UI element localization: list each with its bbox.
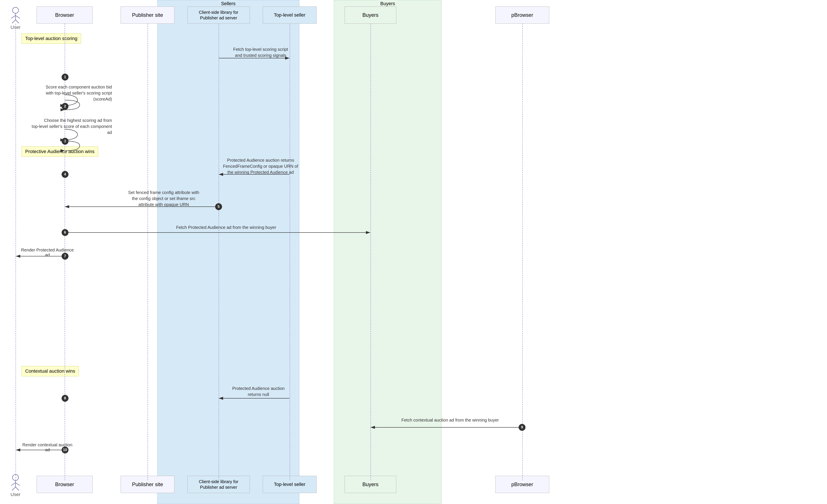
note-protective-audience-wins: Protective Audience auction wins [21,146,98,157]
lifeline-top-seller [290,24,290,480]
note-top-level-scoring: Top-level auction scoring [21,33,81,44]
msg-set-fenced-frame: Set fenced frame config attribute withth… [105,190,222,208]
lifeline-pbrowser [522,24,523,480]
svg-line-4 [12,20,15,23]
msg-pa-returns-config: Protected Audience auction returnsFenced… [220,157,301,175]
buyers-group-label: Buyers [378,0,398,7]
num-10: 10 [62,447,68,453]
buyers-top: Buyers [345,6,396,24]
msg-choose-highest: Choose the highest scoring ad fromtop-le… [28,117,112,136]
num-1: 1 [62,73,68,81]
publisher-site-top: Publisher site [120,6,175,24]
sellers-group: Sellers [157,0,299,504]
svg-line-9 [15,483,20,486]
top-level-seller-top: Top-level seller [263,6,317,24]
num-8: 8 [62,395,68,402]
num-5: 5 [215,203,222,210]
svg-line-5 [15,20,19,23]
lifeline-publisher [148,24,148,480]
client-side-lib-top: Client-side library for Publisher ad ser… [187,6,250,24]
note-contextual-auction-wins: Contextual auction wins [21,366,79,376]
pbrowser-top: pBrowser [495,6,549,24]
lifeline-buyers [371,24,371,480]
svg-line-8 [11,483,15,486]
svg-line-10 [12,487,15,491]
msg-pa-returns-null: Protected Audience auctionreturns null [220,385,297,397]
num-3: 3 [62,138,68,145]
sellers-group-label: Sellers [218,0,238,7]
lifeline-client-lib [218,24,219,480]
user-bottom-label: User [9,492,22,497]
browser-top: Browser [37,6,93,24]
lifeline-user [15,24,16,480]
svg-line-3 [15,15,20,18]
msg-score-component: Score each component auction bidwith top… [28,84,112,102]
msg-fetch-pa-ad: Fetch Protected Audience ad from the win… [129,225,323,230]
num-6: 6 [62,229,68,236]
num-7: 7 [62,253,68,260]
num-2: 2 [62,103,68,110]
svg-line-11 [15,487,19,491]
diagram-container: Sellers Buyers User Browser Publisher si… [0,0,827,504]
buyers-group: Buyers [334,0,441,504]
num-4: 4 [62,171,68,178]
msg-fetch-contextual: Fetch contextual auction ad from the win… [375,418,526,422]
num-9: 9 [519,424,526,431]
msg-fetch-scoring: Fetch top-level scoring scriptand truste… [226,46,295,58]
svg-line-2 [11,15,15,18]
svg-point-0 [12,7,18,13]
